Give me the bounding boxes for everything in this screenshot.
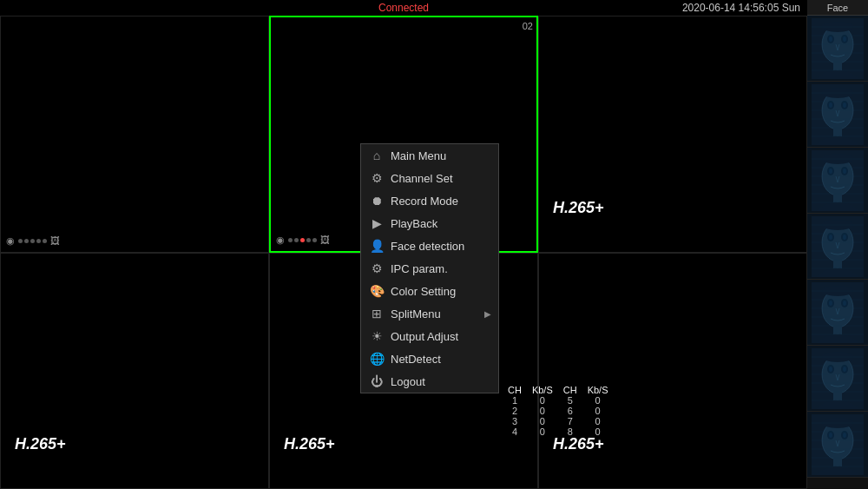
svg-rect-91 bbox=[833, 458, 842, 466]
menu-label-7: SplitMenu bbox=[391, 307, 441, 320]
svg-point-5 bbox=[843, 36, 846, 42]
menu-item-main-menu[interactable]: ⌂ Main Menu bbox=[361, 144, 498, 167]
menu-icon-10: ⏻ bbox=[370, 374, 384, 388]
menu-label-1: Channel Set bbox=[391, 172, 453, 185]
bw-cell-3-3: 0 bbox=[588, 426, 608, 437]
menu-icon-5: ⚙ bbox=[370, 261, 384, 275]
dot10 bbox=[312, 238, 317, 242]
cam1-icons: ◉ 🖼 bbox=[6, 235, 60, 247]
cam3-resolution: H.265+ bbox=[553, 199, 604, 217]
cam2-monitor-icon: 🖼 bbox=[320, 235, 330, 245]
dot8-red bbox=[300, 238, 305, 242]
svg-point-19 bbox=[843, 102, 846, 108]
menu-icon-1: ⚙ bbox=[370, 171, 384, 185]
svg-rect-35 bbox=[833, 194, 842, 202]
svg-point-47 bbox=[843, 235, 846, 240]
camera-cell-3[interactable]: H.265+ bbox=[538, 16, 807, 253]
dot5 bbox=[43, 239, 47, 243]
dot4 bbox=[36, 239, 41, 243]
menu-label-8: Output Adjust bbox=[391, 330, 458, 343]
dot6 bbox=[288, 238, 293, 242]
svg-point-61 bbox=[843, 301, 846, 306]
svg-point-88 bbox=[829, 433, 832, 438]
menu-icon-0: ⌂ bbox=[370, 149, 384, 162]
camera-cell-1[interactable]: ◉ 🖼 bbox=[0, 16, 269, 253]
menu-item-netdetect[interactable]: 🌐 NetDetect bbox=[361, 347, 498, 370]
cam2-cam-icon: ◉ bbox=[276, 235, 285, 246]
menu-item-logout[interactable]: ⏻ Logout bbox=[361, 370, 498, 393]
menu-icon-7: ⊞ bbox=[370, 307, 384, 320]
menu-icon-8: ☀ bbox=[370, 329, 384, 343]
svg-point-46 bbox=[829, 235, 832, 240]
svg-point-60 bbox=[829, 301, 832, 306]
cam2-ch-label: 02 bbox=[523, 21, 533, 31]
sidebar-thumb-1[interactable] bbox=[807, 16, 868, 82]
cam1-monitor-icon: 🖼 bbox=[50, 235, 60, 246]
sidebar-thumb-2[interactable] bbox=[807, 82, 868, 148]
bw-cell-0-1: 0 bbox=[532, 395, 553, 406]
svg-rect-63 bbox=[833, 326, 842, 334]
svg-point-4 bbox=[829, 36, 832, 42]
main-area: Connected 2020-06-14 14:56:05 Sun ◉ 🖼 02 bbox=[0, 0, 807, 489]
menu-item-ipc-param.[interactable]: ⚙ IPC param. bbox=[361, 257, 498, 280]
datetime: 2020-06-14 14:56:05 Sun bbox=[682, 2, 800, 14]
menu-label-0: Main Menu bbox=[391, 149, 446, 162]
cam1-dots bbox=[18, 239, 47, 243]
camera-cell-4[interactable]: H.265+ bbox=[0, 253, 269, 490]
menu-icon-9: 🌐 bbox=[370, 352, 384, 366]
menu-label-6: Color Setting bbox=[391, 285, 456, 298]
svg-rect-49 bbox=[833, 260, 842, 268]
menu-item-splitmenu[interactable]: ⊞ SplitMenu ▶ bbox=[361, 302, 498, 325]
sidebar-thumb-5[interactable] bbox=[807, 280, 868, 346]
menu-label-4: Face detection bbox=[391, 240, 464, 253]
sidebar-header: Face bbox=[807, 0, 868, 16]
dot7 bbox=[294, 238, 299, 242]
menu-icon-3: ▶ bbox=[370, 216, 384, 230]
cam1-cam-icon: ◉ bbox=[6, 235, 15, 247]
bw-cell-0-3: 0 bbox=[588, 395, 608, 406]
menu-item-channel-set[interactable]: ⚙ Channel Set bbox=[361, 167, 498, 189]
menu-item-output-adjust[interactable]: ☀ Output Adjust bbox=[361, 325, 498, 347]
bw-cell-1-3: 0 bbox=[588, 406, 608, 416]
svg-point-33 bbox=[843, 169, 846, 174]
sidebar-thumb-6[interactable] bbox=[807, 346, 868, 412]
context-menu: ⌂ Main Menu ⚙ Channel Set ⏺ Record Mode … bbox=[360, 143, 499, 393]
bw-cell-3-0: 4 bbox=[508, 426, 522, 437]
bw-header-1: Kb/S bbox=[532, 385, 553, 395]
menu-item-playback[interactable]: ▶ PlayBack bbox=[361, 212, 498, 235]
menu-icon-6: 🎨 bbox=[370, 284, 384, 298]
svg-rect-21 bbox=[833, 128, 842, 136]
menu-icon-2: ⏺ bbox=[370, 194, 384, 208]
svg-rect-77 bbox=[833, 392, 842, 400]
cam6-resolution: H.265+ bbox=[553, 435, 604, 453]
dot2 bbox=[24, 239, 29, 243]
svg-point-18 bbox=[829, 102, 832, 108]
menu-label-2: Record Mode bbox=[391, 195, 458, 208]
dot3 bbox=[30, 239, 35, 243]
menu-label-9: NetDetect bbox=[391, 353, 441, 366]
bw-cell-3-1: 0 bbox=[532, 426, 553, 437]
menu-item-record-mode[interactable]: ⏺ Record Mode bbox=[361, 189, 498, 212]
bw-header-0: CH bbox=[508, 385, 522, 395]
cam4-resolution: H.265+ bbox=[15, 435, 66, 453]
menu-item-color-setting[interactable]: 🎨 Color Setting bbox=[361, 280, 498, 302]
sidebar: Face bbox=[807, 0, 868, 489]
sidebar-thumb-4[interactable] bbox=[807, 214, 868, 280]
menu-label-5: IPC param. bbox=[391, 262, 448, 275]
svg-point-89 bbox=[843, 433, 846, 438]
bw-header-2: CH bbox=[563, 385, 577, 395]
svg-point-74 bbox=[829, 367, 832, 372]
menu-label-3: PlayBack bbox=[391, 217, 437, 230]
menu-label-10: Logout bbox=[391, 375, 425, 388]
bw-cell-2-0: 3 bbox=[508, 416, 522, 426]
camera-cell-6[interactable]: H.265+ bbox=[538, 253, 807, 490]
menu-item-face-detection[interactable]: 👤 Face detection bbox=[361, 235, 498, 257]
sidebar-thumb-3[interactable] bbox=[807, 148, 868, 214]
cam2-dots bbox=[288, 238, 317, 242]
bw-cell-1-0: 2 bbox=[508, 406, 522, 416]
connected-status: Connected bbox=[378, 2, 429, 14]
bw-cell-2-1: 0 bbox=[532, 416, 553, 426]
bw-cell-2-2: 7 bbox=[563, 416, 577, 426]
bw-cell-0-0: 1 bbox=[508, 395, 522, 406]
sidebar-thumb-7[interactable] bbox=[807, 412, 868, 478]
